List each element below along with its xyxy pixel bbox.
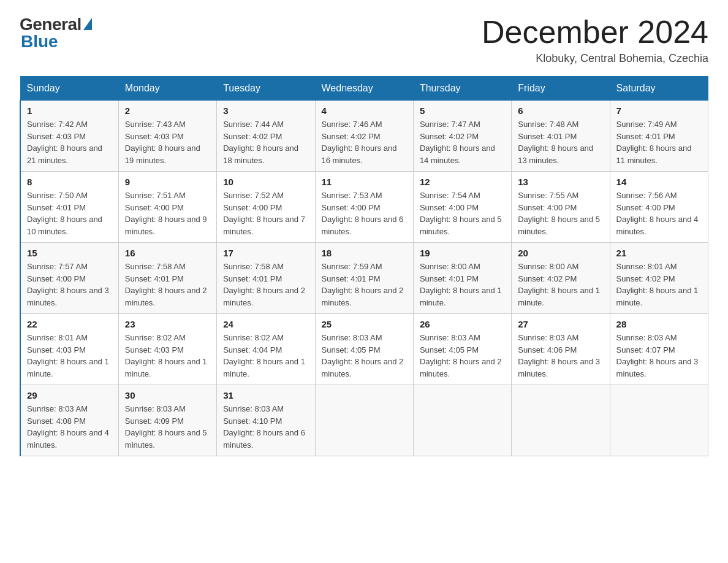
day-info: Sunrise: 7:44 AMSunset: 4:02 PMDaylight:… <box>223 118 308 166</box>
calendar-cell: 17Sunrise: 7:58 AMSunset: 4:01 PMDayligh… <box>217 243 315 314</box>
calendar-cell: 29Sunrise: 8:03 AMSunset: 4:08 PMDayligh… <box>20 385 118 456</box>
calendar-cell: 25Sunrise: 8:03 AMSunset: 4:05 PMDayligh… <box>315 314 413 385</box>
logo: General Blue <box>20 15 92 52</box>
day-info: Sunrise: 7:48 AMSunset: 4:01 PMDaylight:… <box>518 118 603 166</box>
day-number: 3 <box>223 105 308 116</box>
location: Klobuky, Central Bohemia, Czechia <box>482 52 708 65</box>
calendar-week-row: 8Sunrise: 7:50 AMSunset: 4:01 PMDaylight… <box>20 172 708 243</box>
day-info: Sunrise: 7:49 AMSunset: 4:01 PMDaylight:… <box>616 118 702 166</box>
calendar-cell: 16Sunrise: 7:58 AMSunset: 4:01 PMDayligh… <box>118 243 216 314</box>
day-number: 25 <box>322 319 407 329</box>
day-info: Sunrise: 8:02 AMSunset: 4:04 PMDaylight:… <box>223 332 308 380</box>
day-info: Sunrise: 8:01 AMSunset: 4:03 PMDaylight:… <box>27 332 112 380</box>
calendar-cell <box>512 385 610 456</box>
header-thursday: Thursday <box>413 77 511 101</box>
calendar-cell: 8Sunrise: 7:50 AMSunset: 4:01 PMDaylight… <box>20 172 118 243</box>
calendar-week-row: 15Sunrise: 7:57 AMSunset: 4:00 PMDayligh… <box>20 243 708 314</box>
calendar-cell: 18Sunrise: 7:59 AMSunset: 4:01 PMDayligh… <box>315 243 413 314</box>
day-number: 28 <box>616 319 702 329</box>
day-info: Sunrise: 8:00 AMSunset: 4:01 PMDaylight:… <box>420 261 505 308</box>
day-info: Sunrise: 7:57 AMSunset: 4:00 PMDaylight:… <box>27 261 112 308</box>
day-info: Sunrise: 7:58 AMSunset: 4:01 PMDaylight:… <box>125 261 210 308</box>
header-saturday: Saturday <box>610 77 708 101</box>
calendar-cell: 26Sunrise: 8:03 AMSunset: 4:05 PMDayligh… <box>413 314 511 385</box>
day-number: 12 <box>420 177 505 187</box>
calendar-cell: 7Sunrise: 7:49 AMSunset: 4:01 PMDaylight… <box>610 101 708 172</box>
day-number: 21 <box>616 248 702 258</box>
day-info: Sunrise: 7:54 AMSunset: 4:00 PMDaylight:… <box>420 190 505 237</box>
day-number: 14 <box>616 177 702 187</box>
calendar-cell: 6Sunrise: 7:48 AMSunset: 4:01 PMDaylight… <box>512 101 610 172</box>
header-sunday: Sunday <box>20 77 118 101</box>
calendar-cell: 15Sunrise: 7:57 AMSunset: 4:00 PMDayligh… <box>20 243 118 314</box>
day-number: 27 <box>518 319 603 329</box>
day-info: Sunrise: 8:03 AMSunset: 4:10 PMDaylight:… <box>223 403 308 451</box>
day-info: Sunrise: 7:47 AMSunset: 4:02 PMDaylight:… <box>420 118 505 166</box>
day-number: 18 <box>322 248 407 258</box>
day-info: Sunrise: 7:53 AMSunset: 4:00 PMDaylight:… <box>322 190 407 237</box>
calendar-cell: 28Sunrise: 8:03 AMSunset: 4:07 PMDayligh… <box>610 314 708 385</box>
day-number: 10 <box>223 177 308 187</box>
day-number: 20 <box>518 248 603 258</box>
day-info: Sunrise: 7:43 AMSunset: 4:03 PMDaylight:… <box>125 118 210 166</box>
calendar-header-row: SundayMondayTuesdayWednesdayThursdayFrid… <box>20 77 708 101</box>
day-info: Sunrise: 8:03 AMSunset: 4:09 PMDaylight:… <box>125 403 210 451</box>
calendar-cell: 21Sunrise: 8:01 AMSunset: 4:02 PMDayligh… <box>610 243 708 314</box>
day-number: 4 <box>322 105 407 116</box>
calendar-cell: 30Sunrise: 8:03 AMSunset: 4:09 PMDayligh… <box>118 385 216 456</box>
calendar-week-row: 29Sunrise: 8:03 AMSunset: 4:08 PMDayligh… <box>20 385 708 456</box>
day-info: Sunrise: 7:50 AMSunset: 4:01 PMDaylight:… <box>27 190 112 237</box>
day-number: 17 <box>223 248 308 258</box>
day-number: 13 <box>518 177 603 187</box>
calendar-cell: 4Sunrise: 7:46 AMSunset: 4:02 PMDaylight… <box>315 101 413 172</box>
day-number: 16 <box>125 248 210 258</box>
calendar-cell: 24Sunrise: 8:02 AMSunset: 4:04 PMDayligh… <box>217 314 315 385</box>
calendar-cell: 14Sunrise: 7:56 AMSunset: 4:00 PMDayligh… <box>610 172 708 243</box>
day-number: 7 <box>616 105 702 116</box>
day-info: Sunrise: 8:03 AMSunset: 4:06 PMDaylight:… <box>518 332 603 380</box>
calendar-cell <box>413 385 511 456</box>
calendar-week-row: 22Sunrise: 8:01 AMSunset: 4:03 PMDayligh… <box>20 314 708 385</box>
day-info: Sunrise: 7:42 AMSunset: 4:03 PMDaylight:… <box>27 118 112 166</box>
day-number: 23 <box>125 319 210 329</box>
day-number: 5 <box>420 105 505 116</box>
calendar-cell: 2Sunrise: 7:43 AMSunset: 4:03 PMDaylight… <box>118 101 216 172</box>
header-wednesday: Wednesday <box>315 77 413 101</box>
calendar-table: SundayMondayTuesdayWednesdayThursdayFrid… <box>20 76 708 456</box>
day-number: 11 <box>322 177 407 187</box>
day-info: Sunrise: 7:51 AMSunset: 4:00 PMDaylight:… <box>125 190 210 237</box>
day-number: 30 <box>125 390 210 400</box>
page-header: General Blue December 2024 Klobuky, Cent… <box>20 15 708 65</box>
calendar-cell: 12Sunrise: 7:54 AMSunset: 4:00 PMDayligh… <box>413 172 511 243</box>
calendar-cell: 10Sunrise: 7:52 AMSunset: 4:00 PMDayligh… <box>217 172 315 243</box>
calendar-week-row: 1Sunrise: 7:42 AMSunset: 4:03 PMDaylight… <box>20 101 708 172</box>
calendar-cell <box>610 385 708 456</box>
calendar-cell: 3Sunrise: 7:44 AMSunset: 4:02 PMDaylight… <box>217 101 315 172</box>
day-number: 8 <box>27 177 112 187</box>
calendar-cell: 13Sunrise: 7:55 AMSunset: 4:00 PMDayligh… <box>512 172 610 243</box>
calendar-cell: 9Sunrise: 7:51 AMSunset: 4:00 PMDaylight… <box>118 172 216 243</box>
calendar-cell: 1Sunrise: 7:42 AMSunset: 4:03 PMDaylight… <box>20 101 118 172</box>
day-info: Sunrise: 8:01 AMSunset: 4:02 PMDaylight:… <box>616 261 702 308</box>
day-info: Sunrise: 7:56 AMSunset: 4:00 PMDaylight:… <box>616 190 702 237</box>
header-right: December 2024 Klobuky, Central Bohemia, … <box>482 15 708 65</box>
day-number: 31 <box>223 390 308 400</box>
day-number: 1 <box>27 105 112 116</box>
calendar-cell: 5Sunrise: 7:47 AMSunset: 4:02 PMDaylight… <box>413 101 511 172</box>
calendar-cell: 20Sunrise: 8:00 AMSunset: 4:02 PMDayligh… <box>512 243 610 314</box>
day-info: Sunrise: 7:52 AMSunset: 4:00 PMDaylight:… <box>223 190 308 237</box>
day-info: Sunrise: 7:55 AMSunset: 4:00 PMDaylight:… <box>518 190 603 237</box>
day-number: 24 <box>223 319 308 329</box>
day-info: Sunrise: 8:03 AMSunset: 4:08 PMDaylight:… <box>27 403 112 451</box>
day-number: 9 <box>125 177 210 187</box>
calendar-cell: 22Sunrise: 8:01 AMSunset: 4:03 PMDayligh… <box>20 314 118 385</box>
header-friday: Friday <box>512 77 610 101</box>
day-number: 22 <box>27 319 112 329</box>
logo-triangle-icon <box>83 18 92 30</box>
calendar-cell <box>315 385 413 456</box>
day-number: 15 <box>27 248 112 258</box>
header-tuesday: Tuesday <box>217 77 315 101</box>
header-monday: Monday <box>118 77 216 101</box>
day-number: 29 <box>27 390 112 400</box>
day-info: Sunrise: 7:58 AMSunset: 4:01 PMDaylight:… <box>223 261 308 308</box>
